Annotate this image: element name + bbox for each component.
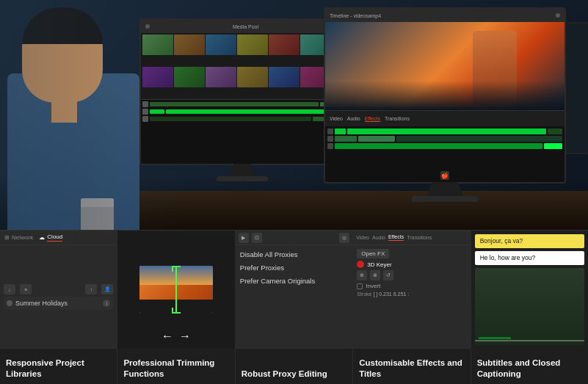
trim-arrows: ← → xyxy=(161,330,191,343)
project-name: Summer Holidays xyxy=(15,300,68,307)
upload-icon[interactable]: ↑ xyxy=(85,284,97,294)
right-arrow-icon: → xyxy=(179,330,191,343)
sort-icon[interactable]: ≡ xyxy=(20,284,32,294)
card-subtitles-closed-captioning: Bonjour, ça va? He lo, how are you? Subt… xyxy=(471,230,588,384)
tab-video[interactable]: Video xyxy=(356,235,369,240)
project-item[interactable]: Summer Holidays i xyxy=(4,297,113,310)
card5-preview: Bonjour, ça va? He lo, how are you? xyxy=(471,231,588,349)
trim-thumbnail xyxy=(139,266,213,314)
disable-all-proxies-item[interactable]: Disable All Proxies xyxy=(240,248,348,261)
download-icon[interactable]: ↓ xyxy=(4,284,15,294)
left-arrow-icon: ← xyxy=(161,330,173,343)
card5-label: Subtitles and Closed Captioning xyxy=(471,349,588,384)
left-monitor: Media Pool xyxy=(139,18,345,165)
subtitle-video-thumb xyxy=(475,268,584,345)
invert-label: Invert xyxy=(366,283,380,289)
card4-preview: Open FX 3D Keyer ⊕ ⊗ ↺ Invert Stroke [ ]… xyxy=(353,245,470,349)
profile-icon[interactable]: 👤 xyxy=(101,284,113,294)
card3-label: Robust Proxy Editing xyxy=(236,349,352,384)
cloud-icon: ☁ xyxy=(39,234,45,241)
network-tab[interactable]: ⊞ Network xyxy=(4,234,33,241)
invert-checkbox[interactable] xyxy=(357,283,363,289)
keyer-indicator xyxy=(357,261,364,268)
network-icon: ⊞ xyxy=(4,234,10,241)
card-customisable-effects: Video Audio Effects Transitions Open FX … xyxy=(353,230,471,384)
subtitle-1: Bonjour, ça va? xyxy=(475,234,584,248)
keyer-label: 3D Keyer xyxy=(367,261,391,268)
network-label: Network xyxy=(12,234,33,241)
effects-ctrl1[interactable]: ⊕ xyxy=(357,270,367,280)
cloud-label: Cloud xyxy=(47,233,62,242)
card1-preview: ↓ ≡ ↑ 👤 Summer Holidays i xyxy=(0,245,117,349)
tab-audio[interactable]: Audio xyxy=(372,235,385,240)
open-fx-button[interactable]: Open FX xyxy=(357,249,389,258)
card4-header: Video Audio Effects Transitions xyxy=(353,231,470,245)
card2-preview: ← → xyxy=(117,231,234,349)
card3-preview: Disable All Proxies Prefer Proxies Prefe… xyxy=(236,245,352,349)
hero-area: Media Pool xyxy=(0,0,588,250)
project-info-icon[interactable]: i xyxy=(103,300,110,307)
card-professional-trimming: ← → Professional Trimming Functions xyxy=(117,230,235,384)
subtitle-2: He lo, how are you? xyxy=(475,251,584,265)
project-dot xyxy=(7,300,12,306)
proxy-icon2[interactable]: ⊡ xyxy=(252,233,262,243)
card-responsive-project-libraries: ⊞ Network ☁ Cloud ↓ ≡ ↑ 👤 Summer Holiday… xyxy=(0,230,117,384)
stroke-values: [ ] 0.231 6.251 : xyxy=(373,291,409,297)
cloud-tab[interactable]: ☁ Cloud xyxy=(39,233,62,242)
features-bar: ⊞ Network ☁ Cloud ↓ ≡ ↑ 👤 Summer Holiday… xyxy=(0,230,588,384)
proxy-icon1[interactable]: ▶ xyxy=(239,233,249,243)
card1-header: ⊞ Network ☁ Cloud xyxy=(0,231,117,245)
card3-header: ▶ ⊡ ◎ xyxy=(236,231,352,245)
tab-effects[interactable]: Effects xyxy=(388,234,404,241)
card4-label: Customisable Effects and Titles xyxy=(353,349,470,384)
card2-label: Professional Trimming Functions xyxy=(117,349,234,384)
stroke-label: Stroke xyxy=(357,291,371,297)
proxy-icon3[interactable]: ◎ xyxy=(339,233,349,243)
prefer-camera-originals-item[interactable]: Prefer Camera Originals xyxy=(240,275,348,287)
right-monitor: Timeline - videosamp4 Video Audio Effect… xyxy=(324,7,566,184)
card-robust-proxy-editing: ▶ ⊡ ◎ Disable All Proxies Prefer Proxies… xyxy=(236,230,353,384)
effects-ctrl3[interactable]: ↺ xyxy=(383,270,393,280)
card1-label: Responsive Project Libraries xyxy=(0,349,117,384)
effects-ctrl2[interactable]: ⊗ xyxy=(370,270,380,280)
tab-transitions[interactable]: Transitions xyxy=(407,235,432,240)
prefer-proxies-item[interactable]: Prefer Proxies xyxy=(240,261,348,274)
